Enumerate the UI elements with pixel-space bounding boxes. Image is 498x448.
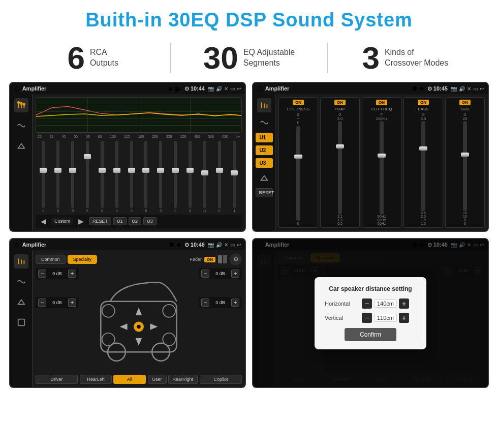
slider-13[interactable]: -1 [227,141,241,213]
amp-main: U1 U2 U3 RESET ON LOUDNESS [253,94,488,231]
amp-sidebar-icon-3[interactable] [257,171,271,185]
db-minus-bl[interactable]: − [38,298,46,307]
eq-sidebar-icon-1[interactable] [14,98,28,112]
eq-prev-btn[interactable]: ◀ [38,216,49,226]
db-plus-tl[interactable]: + [68,270,76,278]
eq-u3-btn[interactable]: U3 [143,217,157,225]
cross-sidebar-icon-4[interactable] [14,315,28,330]
u1-button[interactable]: U1 [256,133,273,142]
eq-reset-btn[interactable]: RESET [89,217,111,225]
eq-dots-1: ● ▶ [168,84,181,94]
cutfreq-on[interactable]: ON [376,100,387,105]
driver-btn[interactable]: Driver [36,375,78,384]
amp-reset-btn[interactable]: RESET [256,188,273,197]
cross-sidebar [10,250,33,387]
cross-sidebar-icon-2[interactable] [14,275,28,289]
eq-next-btn[interactable]: ▶ [75,216,87,226]
horizontal-minus-btn[interactable]: − [362,298,372,309]
stat-rca: 6 RCAOutputs [30,42,155,74]
screen-dialog: ⌂ Amplifier ■ ● ⊙ 10:46 📷🔊✕▭↩ Common Spe [252,238,489,388]
db-control-top-right: − 0 dB + [199,268,242,279]
sub-title: SUB [461,107,469,111]
slider-12[interactable]: 0 [212,141,226,213]
screen-cross: ⌂ Amplifier ■ ● ⊙ 10:46 📷🔊✕▭↩ [9,238,246,388]
specialty-tab[interactable]: Specialty [68,255,98,264]
eq-u2-btn[interactable]: U2 [129,217,142,225]
phat-on[interactable]: ON [334,100,346,105]
slider-4[interactable]: 0 [95,141,109,213]
amp-sidebar-icon-2[interactable] [257,115,271,130]
slider-5[interactable]: 0 [110,141,123,213]
home-icon-3[interactable]: ⌂ [14,240,19,249]
slider-1[interactable]: 0 [51,141,65,213]
home-icon-1[interactable]: ⌂ [14,84,19,93]
common-tab[interactable]: Common [36,255,66,264]
vertical-minus-btn[interactable]: − [362,313,372,323]
svg-point-3 [17,102,19,104]
right-db-controls: − 0 dB + − 0 dB + [199,268,242,373]
freq-labels: 2532405063 80100125160200 25032040050063… [36,135,242,139]
db-minus-tr[interactable]: − [201,270,209,278]
amp-module-loudness: ON LOUDNESS G ~ F 0 [278,97,318,228]
cross-tabs: Common Specialty [36,255,97,264]
db-minus-br[interactable]: − [201,298,209,307]
db-plus-tr[interactable]: + [231,270,239,278]
eq-u1-btn[interactable]: U1 [113,217,127,225]
horizontal-plus-btn[interactable]: + [399,298,409,309]
sub-on[interactable]: ON [459,100,471,105]
status-bar-2: ⌂ Amplifier ■ ● ⊙ 10:45 📷🔊✕▭↩ [253,83,488,94]
db-plus-bl[interactable]: + [68,298,76,307]
slider-0[interactable]: 0 [37,141,50,213]
home-icon-2[interactable]: ⌂ [257,84,262,93]
slider-8[interactable]: 0 [154,141,168,213]
dialog-vertical-label: Vertical [325,315,358,321]
rearright-btn[interactable]: RearRight [168,375,198,384]
bass-on[interactable]: ON [418,100,429,105]
eq-main: 2532405063 80100125160200 25032040050063… [10,94,245,231]
db-minus-tl[interactable]: − [38,270,46,278]
slider-7[interactable]: 0 [139,141,153,213]
confirm-button[interactable]: Confirm [345,328,396,341]
cross-sidebar-icon-3[interactable] [14,295,28,309]
dialog-horizontal-label: Horizontal [325,301,358,307]
svg-point-26 [163,305,175,317]
stat-number-crossover: 3 [362,42,379,74]
dialog-overlay: Car speaker distance setting Horizontal … [253,239,488,387]
db-control-bot-left: − 0 dB + [36,297,79,308]
eq-sidebar-icon-2[interactable] [14,118,28,133]
amp-sidebar-icon-1[interactable] [257,98,271,112]
status-bar-1: ⌂ Amplifier ● ▶ ⊙ 10:44 📷🔊✕▭↩ [10,83,245,94]
status-icons-1: 📷🔊✕▭↩ [208,86,241,92]
slider-3[interactable]: 5 [81,141,95,213]
cross-sidebar-icon-1[interactable] [14,254,28,268]
slider-6[interactable]: 0 [124,141,138,213]
settings-icon[interactable]: ⚙ [230,253,242,265]
fader-on[interactable]: ON [204,257,215,262]
app-title-3: Amplifier [22,242,166,248]
svg-point-25 [102,305,115,317]
svg-marker-22 [136,338,142,346]
db-plus-br[interactable]: + [231,298,239,307]
eq-sidebar-icon-3[interactable] [14,139,28,153]
svg-point-5 [23,103,25,105]
u2-button[interactable]: U2 [256,145,273,155]
slider-10[interactable]: 0 [183,141,197,213]
time-2: ⊙ 10:45 [427,85,448,92]
all-btn[interactable]: All [113,375,145,384]
vertical-plus-btn[interactable]: + [399,313,409,323]
stat-crossover: 3 Kinds ofCrossover Modes [343,42,468,74]
rearleft-btn[interactable]: RearLeft [80,375,112,384]
copilot-btn[interactable]: Copilot [200,375,242,384]
cross-controls-area: − 0 dB + − 0 dB + [36,268,242,373]
loudness-on[interactable]: ON [293,100,304,105]
user-btn-2[interactable]: User [148,375,167,384]
dialog-vertical-row: Vertical − 110cm + [325,313,416,323]
dialog-horizontal-control: − 140cm + [362,298,409,309]
stat-eq: 30 EQ AdjustableSegments [186,42,311,74]
slider-9[interactable]: 0 [169,141,182,213]
eq-bottom-bar: ◀ Custom ▶ RESET U1 U2 U3 [36,215,242,228]
slider-2[interactable]: 0 [66,141,80,213]
svg-marker-23 [120,323,128,330]
u3-button[interactable]: U3 [256,158,273,168]
slider-11[interactable]: -1 [198,141,211,213]
